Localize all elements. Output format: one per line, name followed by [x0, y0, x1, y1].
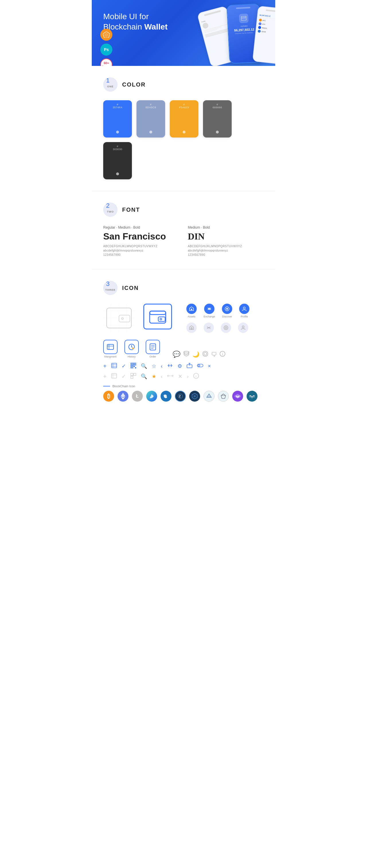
zcoin-icon: Z	[175, 391, 186, 402]
management-label: Mangment	[104, 355, 117, 358]
section-header-icon: 3 THREE ICON	[103, 281, 264, 295]
svg-marker-72	[121, 393, 125, 397]
arrow-up-icon	[204, 391, 215, 402]
check-icon: ✓	[121, 363, 126, 369]
sketch-badge	[101, 29, 112, 41]
svg-rect-67	[131, 376, 133, 378]
font-sf: Regular · Medium · Bold San Francisco AB…	[103, 225, 179, 257]
search-icon: 🔍	[141, 363, 147, 369]
star-icon-orange: ★	[152, 373, 156, 379]
svg-marker-82	[221, 394, 226, 399]
svg-point-25	[224, 326, 228, 330]
plus-icon-gray: +	[103, 373, 107, 380]
history-icon-app: History	[124, 340, 139, 358]
moon-icon: 🌙	[192, 351, 200, 358]
chat-icon: 🗨	[211, 351, 217, 358]
profile-label: Profile	[241, 315, 248, 318]
hex-network-icon	[189, 391, 200, 402]
section-number-1: 1 ONE	[103, 78, 117, 92]
swatch-gray: #666666	[203, 100, 232, 137]
blockchain-label-line: BlockChain Icon	[103, 384, 264, 388]
exchange-icon-gray	[204, 322, 214, 333]
nav-assets: Assets	[186, 304, 197, 318]
svg-rect-55	[134, 366, 135, 367]
nav-icons-active: Assets Exchange Discover	[186, 304, 250, 318]
blockchain-label: BlockChain Icon	[112, 384, 135, 388]
nav-icons-group: Assets Exchange Discover	[186, 304, 250, 333]
svg-point-21	[226, 308, 228, 310]
svg-point-24	[191, 328, 192, 329]
exchange-label: Exchange	[204, 315, 215, 318]
nav-exchange-gray	[204, 322, 214, 333]
svg-rect-52	[134, 364, 135, 365]
swatch-blue: #3574FA	[103, 100, 132, 137]
hero-section: Mobile UI for Blockchain Wallet UI Kit P…	[92, 0, 275, 66]
exchange-icon	[204, 304, 215, 314]
back-icon: ‹	[161, 363, 163, 369]
order-label: Order	[149, 355, 156, 358]
svg-rect-54	[131, 366, 133, 368]
info-icon: i	[220, 351, 225, 358]
svg-rect-56	[135, 367, 136, 368]
svg-rect-3	[241, 18, 246, 19]
list-icon-gray	[111, 373, 117, 379]
ps-badge: Ps	[101, 43, 112, 56]
swatch-grayblue: #8DA0C8	[137, 100, 165, 137]
history-icon	[124, 340, 139, 354]
font-section: 2 TWO FONT Regular · Medium · Bold San F…	[92, 191, 275, 269]
assets-label: Assets	[188, 315, 195, 318]
management-icon-app: Mangment	[103, 340, 117, 358]
section-number-2: 2 TWO	[103, 203, 117, 217]
svg-text:i: i	[196, 374, 196, 378]
nav-icons-inactive	[186, 322, 250, 333]
profile-icon	[239, 304, 250, 314]
nav-exchange: Exchange	[204, 304, 215, 318]
assets-icon	[186, 304, 197, 314]
export-icon	[187, 363, 192, 369]
blockchain-icons-section: BlockChain Icon ₿ Ł Z	[103, 384, 264, 402]
close-icon: ×	[208, 363, 211, 369]
gear-icon: ⚙	[177, 363, 182, 369]
discover-icon-gray	[221, 322, 231, 333]
svg-point-26	[225, 327, 227, 329]
assets-icon-gray	[186, 322, 197, 333]
section-header-color: 1 ONE COLOR	[103, 78, 264, 92]
qr-icon	[131, 363, 136, 370]
order-icon	[146, 340, 160, 354]
font-din: Medium · Bold DIN ABCDEFGHIJKLMNOPQRSTUV…	[188, 225, 264, 257]
bitcoin-icon: ₿	[103, 391, 114, 402]
plus-icon: +	[103, 363, 107, 370]
search-icon-gray: 🔍	[141, 373, 147, 379]
svg-point-18	[191, 309, 192, 310]
misc-icons-group: 💬 🌙 🗨 i	[173, 351, 225, 358]
wing-icon	[146, 391, 157, 402]
nav-assets-gray	[186, 322, 197, 333]
wallet-solid	[143, 304, 172, 330]
svg-point-42	[204, 352, 207, 355]
close-gray: ✕	[178, 373, 182, 379]
svg-rect-65	[131, 373, 133, 376]
discover-label: Discover	[222, 315, 232, 318]
svg-text:Z: Z	[179, 395, 181, 398]
section-number-3: 3 THREE	[103, 281, 117, 295]
speech-icon: 💬	[173, 351, 180, 358]
svg-rect-14	[150, 311, 166, 314]
hero-badges: Ps 60+ Screens	[101, 29, 112, 66]
resize-icon	[197, 363, 203, 369]
svg-rect-28	[107, 344, 114, 349]
svg-point-27	[242, 326, 244, 328]
arrows-icon-gray	[167, 373, 173, 379]
screens-badge: 60+ Screens	[101, 58, 112, 66]
dash-icon	[161, 391, 171, 402]
color-section: 1 ONE COLOR #3574FA #8DA0C8 #F5A623 #666…	[92, 66, 275, 191]
phones-mockup: Profile myWallet $6,297,502.12 Character…	[186, 3, 273, 66]
icon-showcase: Assets Exchange Discover	[103, 304, 264, 333]
waves-icon	[247, 391, 257, 402]
hero-title: Mobile UI for Blockchain Wallet	[103, 11, 189, 32]
wallet-wireframe	[103, 304, 135, 332]
label-line-decoration	[103, 386, 110, 386]
svg-rect-11	[119, 315, 130, 322]
swatch-dark: #303030	[103, 142, 132, 179]
svg-rect-62	[112, 374, 117, 378]
svg-point-61	[198, 365, 200, 366]
